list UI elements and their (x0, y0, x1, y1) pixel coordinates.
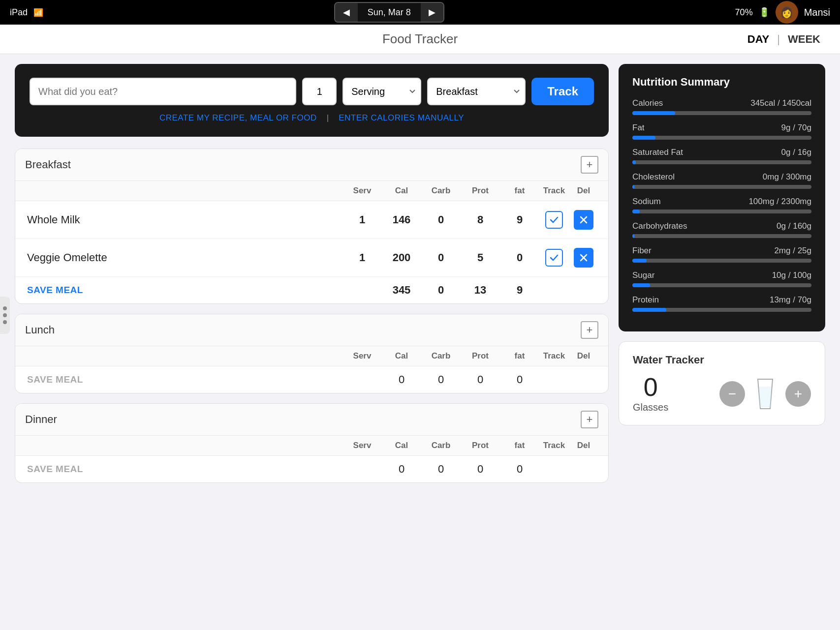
nutrient-value-2: 0g / 16g (781, 148, 811, 157)
dinner-col-serv: Serv (342, 436, 382, 455)
food-name-veggie: Veggie Omelette (25, 242, 342, 273)
nutrient-row-7: Sugar 10g / 100g (632, 270, 811, 287)
progress-bar-fill-8 (632, 308, 666, 312)
food-name-wholemilk: Whole Milk (25, 205, 342, 235)
nutrient-name-4: Sodium (632, 197, 661, 207)
save-lunch-button[interactable]: SAVE MEAL (25, 367, 342, 392)
water-info: 0 Glasses (633, 374, 668, 413)
nutrients-container: Calories 345cal / 1450cal Fat 9g / 70g S… (632, 98, 811, 312)
progress-bar-bg-4 (632, 210, 811, 213)
lunch-col-prot: Prot (461, 346, 500, 366)
dinner-col-headers: Serv Cal Carb Prot fat Track Del (15, 436, 608, 456)
dinner-totals-row: SAVE MEAL 0 0 0 0 (15, 456, 608, 482)
status-right: 70% 🔋 👩 Mansi (735, 1, 830, 24)
lunch-fat: 0 (500, 366, 539, 393)
nutrition-panel: Nutrition Summary Calories 345cal / 1450… (619, 64, 825, 331)
breakfast-row-1: Whole Milk 1 146 0 8 9 (15, 201, 608, 239)
status-left: iPad 📶 (10, 7, 43, 18)
water-plus-button[interactable]: + (785, 381, 811, 407)
track-button[interactable]: Track (531, 78, 594, 105)
nutrient-name-2: Saturated Fat (632, 148, 683, 157)
x-icon-2 (579, 253, 589, 263)
checkmark-icon (549, 215, 559, 225)
nutrient-row-8: Protein 13mg / 70g (632, 295, 811, 312)
nav-bar: Food Tracker DAY | WEEK (0, 25, 840, 54)
check-icon-wholemilk[interactable] (545, 211, 563, 229)
del-wholemilk[interactable] (569, 201, 598, 239)
input-links: CREATE MY RECIPE, MEAL OR FOOD | ENTER C… (30, 113, 594, 123)
dinner-col-cal: Cal (382, 436, 421, 455)
meal-select[interactable]: Breakfast (427, 78, 526, 105)
nutrient-row-3: Cholesterol 0mg / 300mg (632, 172, 811, 189)
battery-label: 70% (735, 7, 753, 18)
app-title: Food Tracker (382, 31, 458, 47)
total-carb-breakfast: 0 (421, 277, 461, 303)
col-header-cal: Cal (382, 181, 421, 201)
nutrient-name-7: Sugar (632, 270, 654, 280)
serving-select[interactable]: Serving (342, 78, 421, 105)
lunch-col-fat: fat (500, 346, 539, 366)
week-view-button[interactable]: WEEK (788, 33, 820, 46)
wifi-icon: 📶 (33, 8, 43, 17)
nutrient-name-6: Fiber (632, 246, 652, 256)
water-count: 0 (644, 374, 658, 400)
del-veggie[interactable] (569, 239, 598, 276)
meal-header-dinner: Dinner + (15, 404, 608, 436)
lunch-col-carb: Carb (421, 346, 461, 366)
save-dinner-button[interactable]: SAVE MEAL (25, 457, 342, 481)
progress-bar-fill-4 (632, 210, 640, 213)
food-carb-wholemilk: 0 (421, 205, 461, 235)
progress-bar-bg-2 (632, 160, 811, 164)
add-lunch-button[interactable]: + (581, 321, 598, 339)
food-prot-wholemilk: 8 (461, 205, 500, 235)
dinner-col-name (25, 436, 342, 455)
add-dinner-button[interactable]: + (581, 411, 598, 428)
dinner-prot: 0 (461, 456, 500, 482)
lunch-col-track: Track (539, 346, 569, 366)
water-minus-button[interactable]: − (719, 381, 745, 407)
water-panel: Water Tracker 0 Glasses − + (619, 341, 825, 425)
track-check-veggie[interactable] (539, 240, 569, 275)
lunch-col-cal: Cal (382, 346, 421, 366)
col-header-del: Del (569, 181, 598, 201)
save-breakfast-button[interactable]: SAVE MEAL (25, 278, 342, 302)
links-divider: | (327, 113, 329, 123)
breakfast-row-2: Veggie Omelette 1 200 0 5 0 (15, 239, 608, 277)
track-check-wholemilk[interactable] (539, 202, 569, 238)
food-input[interactable] (30, 78, 296, 105)
progress-bar-fill-2 (632, 160, 636, 164)
delete-icon-wholemilk[interactable] (574, 210, 593, 230)
user-info[interactable]: 👩 Mansi (776, 1, 830, 24)
next-date-button[interactable]: ▶ (421, 3, 443, 22)
dinner-serv (342, 462, 382, 476)
check-icon-veggie[interactable] (545, 249, 563, 267)
day-view-button[interactable]: DAY (747, 33, 769, 46)
food-serv-wholemilk: 1 (342, 205, 382, 235)
breakfast-col-headers: Serv Cal Carb Prot fat Track Del (15, 181, 608, 201)
nutrient-value-3: 0mg / 300mg (763, 172, 811, 182)
avatar[interactable]: 👩 (776, 1, 798, 24)
food-cal-wholemilk: 146 (382, 205, 421, 235)
delete-icon-veggie[interactable] (574, 248, 593, 268)
main-content: Serving Breakfast Track CREATE MY RECIPE… (0, 54, 840, 503)
lunch-col-headers: Serv Cal Carb Prot fat Track Del (15, 346, 608, 366)
create-recipe-button[interactable]: CREATE MY RECIPE, MEAL OR FOOD (159, 113, 317, 123)
lunch-serv (342, 373, 382, 387)
nutrient-value-6: 2mg / 25g (774, 246, 811, 256)
device-label: iPad (10, 7, 28, 18)
dinner-carb: 0 (421, 456, 461, 482)
progress-bar-bg-0 (632, 111, 811, 115)
lunch-totals-row: SAVE MEAL 0 0 0 0 (15, 366, 608, 393)
food-prot-veggie: 5 (461, 242, 500, 273)
status-bar: iPad 📶 ◀ Sun, Mar 8 ▶ 70% 🔋 👩 Mansi (0, 0, 840, 25)
quantity-input[interactable] (302, 78, 337, 105)
manual-calories-button[interactable]: ENTER CALORIES MANUALLY (339, 113, 464, 123)
prev-date-button[interactable]: ◀ (335, 3, 358, 22)
col-header-fat: fat (500, 181, 539, 201)
col-header-name (25, 181, 342, 201)
username-label: Mansi (804, 7, 830, 18)
lunch-carb: 0 (421, 366, 461, 393)
add-breakfast-button[interactable]: + (581, 156, 598, 174)
nutrient-row-2: Saturated Fat 0g / 16g (632, 148, 811, 164)
col-header-prot: Prot (461, 181, 500, 201)
